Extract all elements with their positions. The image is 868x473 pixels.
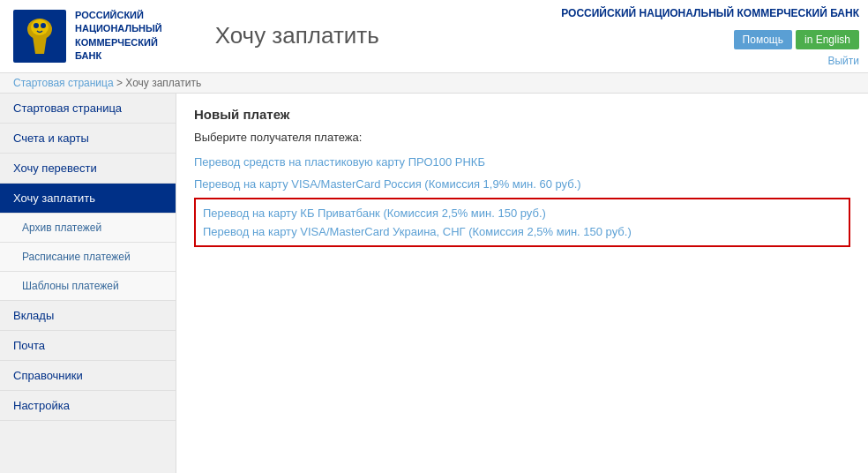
section-title: Новый платеж: [194, 107, 850, 122]
bank-name-top: РОССИЙСКИЙ НАЦИОНАЛЬНЫЙ КОММЕРЧЕСКИЙ БАН…: [552, 0, 868, 26]
sidebar-item-templates[interactable]: Шаблоны платежей: [0, 272, 176, 301]
svg-point-4: [34, 23, 39, 28]
list-item: Перевод на карту КБ Приватбанк (Комиссия…: [203, 204, 842, 222]
content-area: Новый платеж Выберите получателя платежа…: [176, 94, 868, 473]
payment-link-pro100[interactable]: Перевод средств на пластиковую карту ПРО…: [194, 155, 485, 169]
header-buttons: Помощь in English: [725, 26, 868, 53]
payment-link-visa-russia[interactable]: Перевод на карту VISA/MasterCard Россия …: [194, 177, 581, 191]
highlighted-payment-group: Перевод на карту КБ Приватбанк (Комиссия…: [194, 198, 850, 247]
sidebar-item-references[interactable]: Справочники: [0, 361, 176, 391]
list-item: Перевод на карту VISA/MasterCard Украина…: [203, 222, 842, 241]
payment-link-visa-ukraine[interactable]: Перевод на карту VISA/MasterCard Украина…: [203, 225, 632, 238]
sidebar-item-settings[interactable]: Настройка: [0, 391, 176, 421]
page-title: Хочу заплатить: [215, 22, 379, 49]
breadcrumb-separator: >: [114, 77, 126, 89]
list-item: Перевод на карту VISA/MasterCard Россия …: [194, 173, 850, 195]
logout-button[interactable]: Выйти: [819, 53, 868, 69]
svg-point-5: [41, 23, 46, 28]
breadcrumb: Стартовая страница > Хочу заплатить: [0, 73, 868, 94]
sidebar-item-archive[interactable]: Архив платежей: [0, 214, 176, 243]
sidebar-item-pay[interactable]: Хочу заплатить: [0, 184, 176, 214]
sidebar-item-schedule[interactable]: Расписание платежей: [0, 243, 176, 272]
breadcrumb-home[interactable]: Стартовая страница: [13, 77, 114, 89]
sidebar-item-transfer[interactable]: Хочу перевести: [0, 154, 176, 184]
sidebar-item-home[interactable]: Стартовая страница: [0, 94, 176, 124]
sidebar-item-mail[interactable]: Почта: [0, 331, 176, 361]
logo-area: РОССИЙСКИЙ НАЦИОНАЛЬНЫЙ КОММЕРЧЕСКИЙ БАН…: [13, 9, 162, 64]
breadcrumb-current: Хочу заплатить: [125, 77, 201, 89]
sidebar-item-accounts[interactable]: Счета и карты: [0, 124, 176, 154]
bank-logo-icon: [13, 10, 66, 63]
header-right: РОССИЙСКИЙ НАЦИОНАЛЬНЫЙ КОММЕРЧЕСКИЙ БАН…: [552, 0, 868, 69]
sidebar-item-deposits[interactable]: Вклады: [0, 301, 176, 331]
header: РОССИЙСКИЙ НАЦИОНАЛЬНЫЙ КОММЕРЧЕСКИЙ БАН…: [0, 0, 868, 73]
payment-list: Перевод средств на пластиковую карту ПРО…: [194, 151, 850, 195]
select-label: Выберите получателя платежа:: [194, 131, 850, 144]
main-layout: Стартовая страница Счета и карты Хочу пе…: [0, 94, 868, 473]
help-button[interactable]: Помощь: [734, 30, 792, 49]
english-button[interactable]: in English: [796, 30, 859, 49]
logo-text: РОССИЙСКИЙ НАЦИОНАЛЬНЫЙ КОММЕРЧЕСКИЙ БАН…: [75, 9, 162, 64]
sidebar: Стартовая страница Счета и карты Хочу пе…: [0, 94, 176, 473]
list-item: Перевод средств на пластиковую карту ПРО…: [194, 151, 850, 173]
payment-link-privatbank[interactable]: Перевод на карту КБ Приватбанк (Комиссия…: [203, 206, 546, 220]
highlighted-payment-list: Перевод на карту КБ Приватбанк (Комиссия…: [203, 204, 842, 241]
svg-point-2: [31, 19, 49, 35]
